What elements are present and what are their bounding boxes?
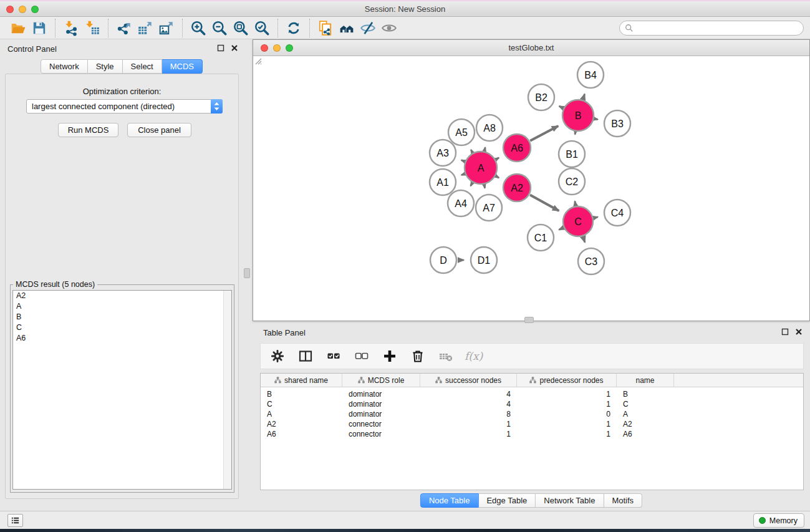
edge-C-C4[interactable] (594, 217, 597, 218)
export-image-button[interactable] (156, 19, 177, 37)
tab-style[interactable]: Style (88, 59, 123, 74)
edge-A-A5[interactable] (471, 150, 472, 152)
search-field[interactable] (619, 21, 804, 36)
list-icon (11, 516, 20, 525)
save-session-button[interactable] (29, 19, 50, 37)
result-item[interactable]: A (13, 301, 231, 312)
node-label-B: B (575, 110, 582, 121)
edge-A-A2[interactable] (496, 177, 499, 178)
edge-A-A1[interactable] (461, 174, 465, 175)
node-label-C3: C3 (585, 256, 598, 267)
column-header-successor-nodes[interactable]: successor nodes (420, 374, 517, 387)
table-settings-button[interactable] (268, 347, 287, 365)
edge-A6-B[interactable] (530, 126, 558, 141)
edge-B-B4[interactable] (583, 94, 585, 100)
resize-grip-icon[interactable] (253, 56, 262, 65)
edge-A-A4[interactable] (471, 183, 473, 186)
table-cell: 1 (420, 419, 517, 429)
node-label-A: A (478, 163, 485, 173)
criterion-select[interactable]: largest connected component (directed) (26, 99, 223, 114)
list-scrollbar[interactable] (223, 291, 231, 489)
zoom-out-button[interactable] (209, 19, 230, 37)
column-header-name[interactable]: name (617, 374, 674, 387)
network-canvas[interactable]: B4B2BB3A5A8A6B1A3AA1C2A2A4A7C4CC1C3DD1 (253, 56, 809, 321)
gear-icon (270, 349, 285, 364)
select-all-button[interactable] (324, 347, 343, 365)
table-row[interactable]: Bdominator41B (261, 389, 803, 399)
function-builder-button[interactable]: f(x) (465, 347, 483, 365)
zoom-fit-button[interactable] (230, 19, 251, 37)
zoom-in-button[interactable] (188, 19, 209, 37)
result-item[interactable]: A6 (13, 333, 231, 344)
close-panel-icon[interactable] (795, 328, 803, 336)
column-header-predecessor-nodes[interactable]: predecessor nodes (517, 374, 617, 387)
close-panel-button[interactable]: Close panel (127, 123, 191, 137)
result-item[interactable]: B (13, 312, 231, 322)
table-cell: A2 (261, 419, 342, 429)
task-history-button[interactable] (7, 514, 23, 527)
deselect-all-button[interactable] (352, 347, 371, 365)
column-header-MCDS-role[interactable]: MCDS role (342, 374, 420, 387)
add-row-button[interactable] (380, 347, 399, 365)
open-session-button[interactable] (7, 19, 29, 37)
table-cell: B (261, 389, 342, 399)
edge-C-C3[interactable] (583, 237, 585, 243)
export-table-icon (137, 20, 153, 36)
float-panel-icon[interactable] (217, 44, 224, 52)
export-table-button[interactable] (135, 19, 156, 37)
table-row[interactable]: A2connector11A2 (261, 419, 803, 429)
select-stepper[interactable] (211, 99, 223, 114)
network-from-file-button[interactable] (315, 19, 336, 37)
tab-motifs[interactable]: Motifs (604, 493, 642, 508)
delete-table-button[interactable] (436, 347, 455, 365)
vertical-splitter-handle[interactable] (244, 268, 250, 278)
edge-C-C1[interactable] (559, 228, 563, 230)
close-panel-icon[interactable] (231, 44, 238, 52)
result-item[interactable]: A2 (13, 291, 231, 301)
horizontal-splitter-handle[interactable] (524, 317, 534, 323)
network-window-title: testGlobe.txt (253, 43, 809, 52)
tab-select[interactable]: Select (123, 59, 162, 74)
node-label-D: D (440, 255, 447, 266)
search-input[interactable] (637, 22, 803, 34)
hide-details-button[interactable] (357, 19, 378, 37)
import-table-button[interactable] (82, 19, 103, 37)
node-label-C: C (574, 216, 582, 227)
edge-B-B1[interactable] (575, 132, 576, 135)
edge-B-B3[interactable] (594, 119, 597, 120)
tab-network-table[interactable]: Network Table (536, 493, 604, 508)
home-layout-button[interactable] (336, 19, 357, 37)
delete-row-button[interactable] (408, 347, 427, 365)
window-titlebar: Session: New Session (0, 0, 810, 17)
edge-C-C2[interactable] (575, 201, 576, 206)
run-mcds-button[interactable]: Run MCDS (58, 123, 118, 137)
edge-A-A6[interactable] (496, 158, 499, 160)
memory-button[interactable]: Memory (753, 513, 804, 528)
node-label-C4: C4 (611, 208, 624, 218)
float-panel-icon[interactable] (781, 328, 789, 336)
edge-A-A8[interactable] (485, 147, 485, 150)
export-network-button[interactable] (113, 19, 135, 37)
edge-A-A7[interactable] (485, 185, 485, 188)
zoom-selected-button[interactable] (251, 19, 272, 37)
tab-node-table[interactable]: Node Table (420, 493, 479, 508)
refresh-view-button[interactable] (283, 19, 304, 37)
edge-A2-C[interactable] (530, 195, 559, 211)
table-row[interactable]: Cdominator41C (261, 399, 803, 409)
network-window-titlebar[interactable]: testGlobe.txt (253, 40, 809, 56)
tab-edge-table[interactable]: Edge Table (478, 493, 536, 508)
show-column-button[interactable] (296, 347, 315, 365)
table-row[interactable]: Adominator80A (261, 409, 803, 419)
table-row[interactable]: A6connector11A6 (261, 429, 803, 439)
column-header-shared-name[interactable]: shared name (261, 374, 342, 387)
import-network-button[interactable] (60, 19, 82, 37)
edge-A-A3[interactable] (461, 160, 465, 162)
control-panel-title: Control Panel (7, 44, 57, 54)
edge-B-B2[interactable] (559, 106, 563, 108)
window-title: Session: New Session (0, 4, 810, 14)
table-cell: dominator (342, 409, 420, 419)
result-item[interactable]: C (13, 322, 231, 333)
tab-mcds[interactable]: MCDS (162, 59, 203, 74)
show-details-button[interactable] (378, 19, 400, 37)
tab-network[interactable]: Network (41, 59, 88, 74)
